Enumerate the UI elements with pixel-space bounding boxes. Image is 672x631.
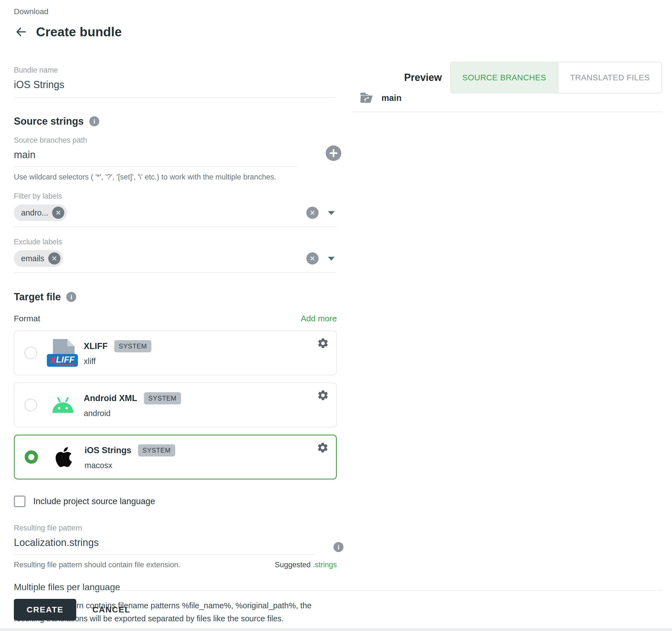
source-strings-section-header: Source strings i [14,116,337,127]
format-label: Format [14,314,40,323]
gear-icon[interactable] [317,337,329,349]
label-chip[interactable]: andro... ✕ [14,204,67,221]
format-title: XLIFF [84,341,107,351]
clear-field-icon[interactable]: ✕ [306,252,318,264]
info-icon[interactable]: i [334,542,343,552]
label-chip[interactable]: emails ✕ [14,250,63,267]
create-button[interactable]: CREATE [14,599,76,621]
branch-row[interactable]: main [353,92,662,112]
chevron-down-icon[interactable] [328,257,335,261]
add-branch-icon[interactable] [326,146,341,161]
wildcard-hint: Use wildcard selectors ( '*', '?', '[set… [14,173,337,181]
preview-title: Preview [404,72,442,83]
source-strings-title: Source strings [14,116,84,127]
format-card-xliff[interactable]: XLIFF XLIFF SYSTEM xliff [14,330,337,375]
file-pattern-field: Resulting file pattern Localization.stri… [14,524,337,569]
file-pattern-label: Resulting file pattern [14,524,337,532]
clear-field-icon[interactable]: ✕ [306,207,318,219]
source-branches-label: Source branches path [14,136,337,145]
cancel-button[interactable]: CANCEL [92,605,130,614]
file-pattern-input[interactable]: Localization.strings [14,537,316,555]
title-row: Create bundle [14,24,337,39]
info-icon[interactable]: i [66,292,76,302]
suggested-extension-link[interactable]: .strings [313,561,337,569]
branch-name: main [382,93,402,103]
preview-header: Preview SOURCE BRANCHES TRANSLATED FILES [353,62,662,93]
format-card-android[interactable]: Android XML SYSTEM android [14,382,337,427]
branch-folder-icon [359,92,374,104]
back-arrow-icon[interactable] [14,25,28,39]
suggested-extension: Suggested .strings [275,561,337,569]
format-title: Android XML [84,393,137,403]
label-chip-text: emails [21,254,44,263]
include-source-language-checkbox[interactable] [14,496,25,507]
chip-remove-icon[interactable]: ✕ [52,207,64,219]
create-bundle-page: Download Create bundle Bundle name iOS S… [0,0,672,631]
format-subtitle: xliff [84,357,151,366]
bundle-name-field[interactable]: Bundle name iOS Strings [14,66,337,98]
exclude-labels-input[interactable]: emails ✕ ✕ [14,250,337,273]
xliff-radio[interactable] [24,347,37,359]
ios-radio[interactable] [25,450,38,464]
exclude-labels-field: Exclude labels emails ✕ ✕ [14,238,337,273]
chevron-down-icon[interactable] [328,211,335,215]
system-badge: SYSTEM [144,392,181,404]
gear-icon[interactable] [317,389,329,401]
bundle-name-input[interactable]: iOS Strings [14,79,337,91]
preview-tabs: SOURCE BRANCHES TRANSLATED FILES [450,62,662,93]
tab-source-branches[interactable]: SOURCE BRANCHES [451,62,558,93]
format-title: iOS Strings [85,446,131,455]
filter-labels-field: Filter by labels andro... ✕ ✕ [14,192,337,227]
bundle-form: Download Create bundle Bundle name iOS S… [14,7,337,625]
multiple-files-heading: Multiple files per language [14,582,337,592]
bottom-divider [13,590,663,590]
label-chip-text: andro... [21,208,48,218]
android-radio[interactable] [24,399,37,411]
xliff-file-icon: XLIFF [45,339,81,367]
footer-strip [0,628,672,631]
format-row: Format Add more [14,314,337,323]
source-branches-field: Source branches path main Use wildcard s… [14,136,337,181]
file-pattern-hint: Resulting file pattern should contain fi… [14,561,180,569]
apple-icon [46,446,82,469]
breadcrumb: Download [14,7,337,16]
include-source-language-row[interactable]: Include project source language [14,496,337,507]
tab-translated-files[interactable]: TRANSLATED FILES [558,62,662,93]
format-subtitle: android [84,409,181,418]
format-subtitle: macosx [85,461,175,470]
android-icon [45,395,81,415]
preview-panel: Preview SOURCE BRANCHES TRANSLATED FILES… [353,62,662,105]
include-source-language-label: Include project source language [33,496,155,506]
target-file-section-header: Target file i [14,291,337,303]
form-actions: CREATE CANCEL [14,599,130,621]
target-file-title: Target file [14,291,61,303]
filter-labels-label: Filter by labels [14,192,337,201]
bundle-name-label: Bundle name [14,66,337,75]
filter-labels-input[interactable]: andro... ✕ ✕ [14,204,337,227]
exclude-labels-label: Exclude labels [14,238,337,246]
gear-icon[interactable] [317,441,329,454]
source-branches-input[interactable]: main [14,149,297,167]
system-badge: SYSTEM [138,444,175,456]
chip-remove-icon[interactable]: ✕ [48,252,61,264]
info-icon[interactable]: i [89,116,99,126]
system-badge: SYSTEM [114,340,151,352]
format-card-ios[interactable]: iOS Strings SYSTEM macosx [14,435,337,479]
page-title: Create bundle [36,24,122,39]
add-more-link[interactable]: Add more [301,314,337,323]
